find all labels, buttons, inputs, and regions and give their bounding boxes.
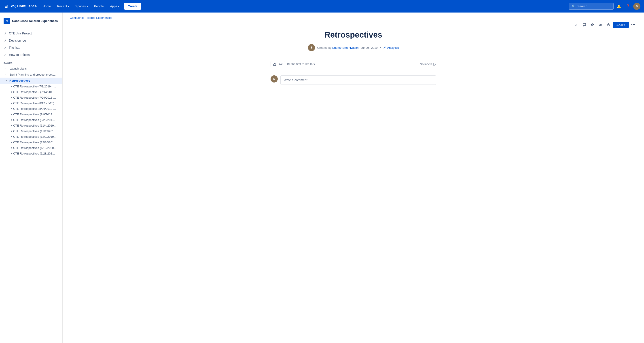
sidebar-child-label: CTE Retrospective (8/26/2019 … [13,107,56,110]
edit-button[interactable] [573,21,580,28]
external-link-icon: ↗ [4,32,7,35]
author-avatar: S [308,44,315,51]
spaces-link[interactable]: Spaces ▾ [73,3,90,10]
sidebar-page-sprint-planning[interactable]: › Sprint Planning and product meeti... [0,72,62,78]
sidebar: C Confluence Tailored Experiences ↗ CTE … [0,12,62,343]
bullet-icon [11,92,12,92]
comment-placeholder: Write a comment... [284,78,310,82]
help-button[interactable]: ❓ [624,3,632,10]
sidebar-child-item[interactable]: CTE Retrospective (8/12 - 8/25) [0,100,62,106]
search-icon: 🔍 [572,4,576,8]
comment-button[interactable] [581,21,588,28]
sidebar-child-label: CTE Retrospectives (9/23/201… [13,118,55,122]
sidebar-child-label: CTE Retrospectives (12/16/201… [13,141,56,144]
sidebar-child-item[interactable]: CTE Retrospectives (11/19/201… [0,128,62,134]
space-icon: C [4,18,10,24]
bullet-icon [11,130,12,132]
lock-icon [607,23,610,26]
spaces-chevron: ▾ [87,5,88,8]
sidebar-child-item[interactable]: CTE Retrospective (7/29/2018 … [0,95,62,100]
apps-chevron: ▾ [118,5,119,8]
sidebar-item-label: File lists [9,46,20,50]
search-bar[interactable]: 🔍 Search [569,3,614,10]
recent-link[interactable]: Recent ▾ [55,3,71,10]
home-link[interactable]: Home [40,3,53,10]
bullet-icon [11,86,12,87]
chevron-down-icon: ∨ [5,80,8,82]
sidebar-child-item[interactable]: CTE Retrospectives (1/28/202… [0,151,62,156]
bullet-icon [11,125,12,126]
like-button[interactable]: Like [270,61,285,67]
sidebar-child-item[interactable]: CTE Retrospective (7/1/2019 - … [0,84,62,89]
chevron-right-icon-2: › [5,73,8,76]
pages-section-label: PAGES [0,58,62,66]
sidebar-child-label: CTE Retrospectives (11/19/201… [13,130,56,133]
sidebar-page-retrospectives[interactable]: ∨ Retrospectives [0,78,62,84]
external-link-icon-4: ↗ [4,53,7,56]
like-first-text: Be the first to like this [287,62,315,66]
space-header: C Confluence Tailored Experiences [0,16,62,28]
bullet-icon [11,136,12,137]
user-avatar[interactable]: S [633,3,640,10]
meta-created-by: Created by Sridhar Sreenivasan [317,46,359,50]
breadcrumb-link[interactable]: Confluence Tailored Experiences [70,16,112,20]
sidebar-child-item[interactable]: CTE Retrospectives (11/4/2019… [0,123,62,128]
bullet-icon [11,114,12,115]
apps-link[interactable]: Apps ▾ [108,3,122,10]
sidebar-child-label: CTE Retrospective - (7/14/201… [13,90,56,94]
logo-text: Confluence [17,4,37,8]
author-link[interactable]: Sridhar Sreenivasan [332,46,359,50]
grid-icon[interactable]: ⊞ [4,3,9,10]
sidebar-child-item[interactable]: CTE Retrospective (8/26/2019 … [0,106,62,112]
confluence-logo-icon [10,4,16,9]
sidebar-item-cte-jira[interactable]: ↗ CTE Jira Project [0,30,62,37]
analytics-link[interactable]: Analytics [383,46,399,50]
edit-icon [574,23,578,26]
sidebar-child-item[interactable]: CTE Retrospectives (9/9/2019 … [0,112,62,117]
sidebar-child-label: CTE Retrospective (7/29/2018 … [13,96,56,99]
page-body: Retrospectives S Created by Sridhar Sree… [253,30,454,94]
create-button[interactable]: Create [124,3,141,10]
sidebar-item-file-lists[interactable]: ↗ File lists [0,44,62,51]
page-meta: S Created by Sridhar Sreenivasan Jun 25,… [270,44,436,51]
search-placeholder: Search [577,4,587,8]
thumbs-up-icon [273,62,276,66]
sidebar-child-label: CTE Retrospective (8/12 - 8/25) [13,102,54,105]
svg-rect-2 [607,24,610,26]
watch-button[interactable] [597,21,604,28]
svg-point-0 [599,24,602,26]
top-navigation: ⊞ Confluence Home Recent ▾ Spaces ▾ Peop… [0,0,644,12]
space-name: Confluence Tailored Experiences [12,19,58,23]
confluence-logo[interactable]: Confluence [10,4,37,9]
sidebar-child-label: CTE Retrospectives (9/9/2019 … [13,113,56,116]
recent-chevron: ▾ [68,5,69,8]
sidebar-child-item[interactable]: CTE Retrospectives (9/23/201… [0,117,62,123]
more-options-button[interactable]: ••• [630,21,637,28]
eye-icon [598,23,602,26]
sidebar-page-launch-plans[interactable]: › Launch plans [0,66,62,72]
restrict-button[interactable] [605,21,612,28]
like-section: Like Be the first to like this [270,61,314,67]
sidebar-child-item[interactable]: CTE Retrospectives (1/13/2020… [0,145,62,151]
sidebar-child-item[interactable]: CTE Retrospectives (12/16/201… [0,140,62,145]
share-button[interactable]: Share [613,22,629,28]
sidebar-child-label: CTE Retrospective (7/1/2019 - … [13,85,56,88]
main-content: Confluence Tailored Experiences [62,12,644,343]
breadcrumb: Confluence Tailored Experiences [62,12,644,20]
sidebar-child-item[interactable]: CTE Retrospective - (7/14/201… [0,89,62,95]
comment-input[interactable]: Write a comment... [280,75,436,85]
bullet-icon [11,120,12,120]
sidebar-child-item[interactable]: CTE Retrospectives (12/2/2019… [0,134,62,140]
sidebar-item-howto[interactable]: ↗ How-to articles [0,51,62,58]
sidebar-page-label: Launch plans [10,67,26,70]
people-link[interactable]: People [92,3,106,10]
star-button[interactable] [589,21,596,28]
sidebar-item-decision-log[interactable]: ↗ Decision log [0,37,62,44]
bullet-icon [11,103,12,104]
sidebar-page-label: Retrospectives [10,79,30,82]
sidebar-child-label: CTE Retrospectives (12/2/2019… [13,135,56,138]
bullet-icon [11,142,12,143]
analytics-icon [383,46,386,49]
label-icon [433,62,436,66]
notifications-button[interactable]: 🔔 [616,3,622,10]
